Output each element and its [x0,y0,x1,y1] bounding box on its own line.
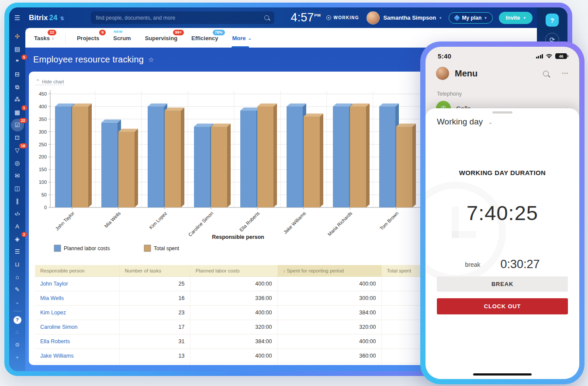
column-header-spent-for-reporting-period[interactable]: ↓ Spent for reporting period [277,265,381,277]
switch-account-icon[interactable]: ⇅ [60,16,64,21]
bar-total-spent-ella-roberts[interactable] [257,103,277,207]
sidebar-item-network[interactable]: ✣ [11,30,24,43]
hamburger-menu-icon[interactable]: ☰ [9,14,25,22]
sidebar-item-store[interactable]: ⌂ [11,271,24,283]
sidebar-item-messenger[interactable]: ❝5 [11,55,24,68]
bar-total-spent-kim-lopez[interactable] [165,107,184,207]
mail-icon: ✉ [15,173,20,179]
sidebar-item-drive[interactable]: ◫ [11,182,24,195]
sidebar-item-developer[interactable]: ‹/› [11,207,24,220]
person-link[interactable]: Ella Roberts [35,334,119,349]
home-indicator[interactable] [473,373,532,376]
sidebar-item-newsfeed[interactable]: ▤ [11,43,24,55]
tab-tasks[interactable]: Tasks22› [34,35,54,48]
settings-sliders-icon: ☰ [14,249,20,255]
bar-planned-labor-costs-caroline-simon[interactable] [194,124,214,207]
cell-value: 336:00 [190,291,277,306]
documents-icon: ⧉ [15,84,20,90]
favorite-star-icon[interactable]: ☆ [148,56,154,64]
sheet-drag-handle[interactable] [492,111,512,114]
copilot-icon: ◈ [15,236,19,242]
cell-value: 400:00 [190,306,277,320]
bar-total-spent-caroline-simon[interactable] [211,124,231,207]
sidebar-item-gear[interactable]: ⚙ [11,339,24,352]
tab-badge: 22 [48,30,56,35]
person-link[interactable]: Jake Williams [35,349,119,363]
column-header-responsible-person[interactable]: Responsible person [35,265,119,277]
sidebar-item-shop-cart[interactable]: ⊔ [11,258,24,271]
my-plan-button[interactable]: My plan ▾ [449,12,493,24]
bar-planned-labor-costs-jake-williams[interactable] [287,103,306,207]
invite-button[interactable]: Invite ▾ [499,12,533,24]
phone-search-icon[interactable] [543,71,549,76]
newsfeed-icon: ▤ [14,46,20,52]
sidebar-item-calendar[interactable]: ▦1 [11,106,24,119]
sidebar-item-structure[interactable]: ∴ [11,326,24,339]
tab-efficiency[interactable]: Efficiency78% [191,35,218,48]
page-title: Employee resource tracking [33,55,144,65]
bar-total-spent-mia-wells[interactable] [118,129,138,207]
person-link[interactable]: Caroline Simon [35,320,119,334]
clock-time[interactable]: 4:57 PM [291,12,321,24]
tab-projects[interactable]: Projects9 [77,35,99,48]
clock-out-button[interactable]: CLOCK OUT [437,298,568,314]
phone-more-icon[interactable]: ••• [562,71,569,76]
help-button[interactable]: ? [546,14,559,27]
tab-more[interactable]: More⌄ [232,35,252,48]
working-day-title[interactable]: Working day ⌄ [437,117,493,127]
cell-value: 320:00 [190,320,277,334]
hide-chart-link[interactable]: ⌃ Hide chart [36,79,64,85]
phone-user-avatar[interactable] [436,67,449,80]
column-header-number-of-tasks[interactable]: Number of tasks [119,265,190,277]
sidebar-item-copilot[interactable]: ◈2 [11,233,24,245]
person-link[interactable]: Mia Wells [35,291,119,306]
sidebar-item-automation[interactable]: A [11,220,24,233]
user-menu[interactable]: Samantha Simpson ▾ [367,11,441,24]
bitrix24-logo[interactable]: Bitrix 24 ⇅ [29,14,64,22]
sidebar-item-goals[interactable]: ◎ [11,157,24,169]
bar-total-spent-jake-williams[interactable] [304,114,323,207]
tab-supervising[interactable]: Supervising99+ [145,35,177,48]
duration-heading: WORKING DAY DURATION [425,169,579,176]
sidebar-item-sales-funnel[interactable]: ▽18 [11,144,24,157]
sidebar-item-collab[interactable]: ⊟ [11,68,24,81]
person-link[interactable]: Maria Richards [35,363,119,365]
bar-planned-labor-costs-maria-richards[interactable] [333,103,353,207]
bar-planned-labor-costs-john-taylor[interactable] [55,103,75,207]
bar-total-spent-tom-brown[interactable] [396,124,416,207]
sidebar-item-settings-sliders[interactable]: ☰ [11,245,24,258]
search-icon[interactable] [264,15,269,20]
sidebar-item-crm[interactable]: ⊡ [11,131,24,144]
store-icon: ⌂ [15,274,19,280]
break-button[interactable]: BREAK [437,276,568,292]
person-link[interactable]: John Taylor [35,277,119,291]
record-status-icon [326,15,331,20]
sidebar-item-add[interactable]: + [11,352,24,364]
working-status[interactable]: WORKING [326,15,359,20]
sidebar-item-help[interactable]: ? [11,314,24,326]
bar-planned-labor-costs-kim-lopez[interactable] [148,103,167,207]
bar-planned-labor-costs-ella-roberts[interactable] [240,107,260,207]
cell-value: 384:00 [277,306,381,320]
tab-scrum[interactable]: ScrumNEW [113,35,131,48]
svg-text:200: 200 [39,154,47,159]
bar-total-spent-maria-richards[interactable] [350,103,370,207]
sidebar-item-documents[interactable]: ⧉ [11,81,24,93]
chevron-down-icon: ▾ [484,16,487,20]
bar-planned-labor-costs-tom-brown[interactable] [379,103,399,207]
bar-planned-labor-costs-mia-wells[interactable] [101,120,121,207]
sidebar-item-tasks[interactable]: ☑22 [11,119,24,131]
user-avatar[interactable] [367,11,380,24]
column-header-planned-labor-costs[interactable]: Planned labor costs [190,265,277,277]
sidebar-item-mail[interactable]: ✉ [11,169,24,182]
sidebar-item-collapse[interactable]: ⌄ [11,296,24,309]
phone-section-label: Telephony [437,91,462,97]
sidebar-item-workgroups[interactable]: ⁂ [11,93,24,106]
sidebar-item-e-sign[interactable]: ✎ [11,283,24,296]
bar-total-spent-john-taylor[interactable] [72,103,92,207]
cell-value: 300:00 [277,291,381,306]
global-search-input[interactable]: find people, documents, and more [91,11,274,24]
person-link[interactable]: Kim Lopez [35,306,119,320]
svg-text:100: 100 [39,179,47,185]
sidebar-item-marketing[interactable]: ∥ [11,195,24,207]
